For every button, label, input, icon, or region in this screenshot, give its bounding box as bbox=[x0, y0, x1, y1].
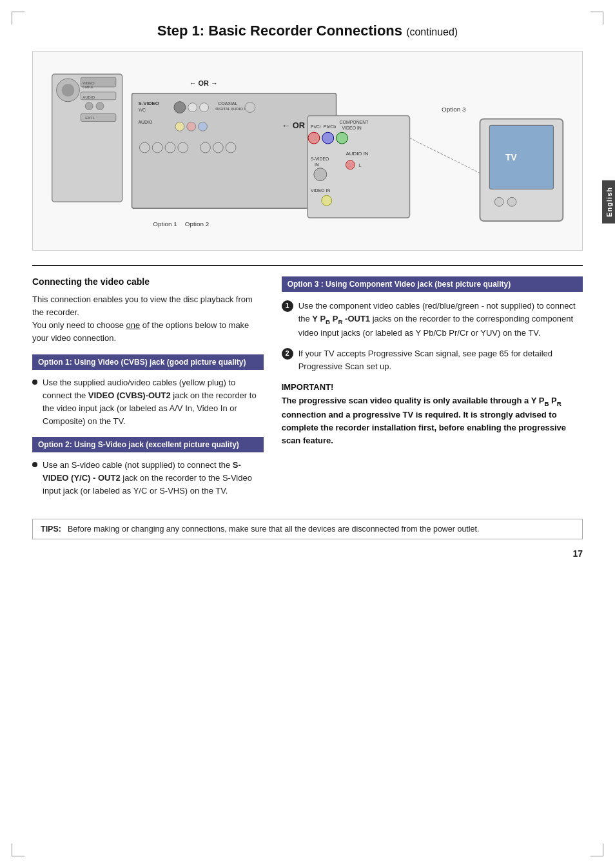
svg-point-51 bbox=[322, 195, 332, 206]
left-column: Connecting the video cable This connecti… bbox=[32, 276, 264, 505]
corner-mark-bl bbox=[12, 844, 24, 856]
tips-label: TIPS: bbox=[41, 525, 61, 534]
page-title: Step 1: Basic Recorder Connections (cont… bbox=[32, 23, 583, 39]
svg-point-43 bbox=[337, 132, 348, 144]
page-number: 17 bbox=[32, 548, 583, 559]
svg-text:Option 1: Option 1 bbox=[153, 220, 177, 227]
option1-bullet-item: Use the supplied audio/video cables (yel… bbox=[32, 376, 264, 429]
svg-text:Y/C: Y/C bbox=[138, 108, 146, 112]
num-circle-1: 1 bbox=[282, 300, 293, 312]
corner-mark-tr bbox=[591, 12, 603, 24]
svg-point-46 bbox=[314, 168, 327, 181]
option3-header: Option 3 : Using Component Video jack (b… bbox=[282, 276, 583, 292]
bullet-dot-2 bbox=[32, 462, 37, 467]
corner-mark-br bbox=[591, 844, 603, 856]
option2-bullet-item: Use an S-video cable (not supplied) to c… bbox=[32, 459, 264, 497]
svg-text:S-VIDEO: S-VIDEO bbox=[138, 101, 159, 106]
item2-text: If your TV accepts Progressive Scan sign… bbox=[298, 347, 583, 373]
option2-box: Option 2: Using S-Video jack (excellent … bbox=[32, 437, 264, 452]
svg-point-8 bbox=[85, 102, 93, 110]
num-circle-2: 2 bbox=[282, 348, 293, 360]
right-column: Option 3 : Using Component Video jack (b… bbox=[282, 276, 583, 505]
svg-text:CABLE: CABLE bbox=[83, 86, 93, 89]
bullet-dot bbox=[32, 380, 37, 385]
important-text: The progressive scan video quality is on… bbox=[282, 394, 583, 447]
svg-text:COAXIAL: COAXIAL bbox=[218, 101, 237, 106]
svg-text:L: L bbox=[358, 162, 362, 168]
svg-point-24 bbox=[245, 102, 255, 113]
intro-paragraph: This connection enables you to view the … bbox=[32, 293, 264, 345]
svg-point-21 bbox=[199, 122, 208, 131]
corner-mark-tl bbox=[12, 12, 24, 24]
svg-text:AUDIO IN: AUDIO IN bbox=[346, 151, 368, 157]
svg-line-58 bbox=[410, 138, 480, 173]
title-continued: (continued) bbox=[406, 26, 458, 37]
svg-point-41 bbox=[308, 132, 320, 144]
svg-text:S-VIDEO: S-VIDEO bbox=[311, 157, 329, 161]
svg-point-16 bbox=[188, 103, 197, 112]
svg-point-30 bbox=[213, 142, 223, 153]
svg-point-28 bbox=[178, 142, 188, 153]
option1-box: Option 1: Using Video (CVBS) jack (good … bbox=[32, 354, 264, 370]
svg-point-29 bbox=[200, 142, 211, 153]
svg-text:VIDEO IN: VIDEO IN bbox=[311, 188, 330, 193]
svg-text:VIDEO: VIDEO bbox=[83, 81, 95, 85]
svg-text:Option 2: Option 2 bbox=[185, 220, 209, 227]
svg-point-56 bbox=[507, 197, 516, 206]
numbered-item-1: 1 Use the component video cables (red/bl… bbox=[282, 300, 583, 340]
svg-text:TV: TV bbox=[505, 152, 517, 162]
svg-text:COMPONENT: COMPONENT bbox=[340, 120, 369, 124]
svg-point-17 bbox=[200, 103, 209, 112]
svg-point-48 bbox=[346, 160, 355, 169]
diagram-svg: VIDEO CABLE AUDIO EXT1 S-VIDEO Y/C AUDIO… bbox=[33, 52, 582, 250]
svg-text:VIDEO IN: VIDEO IN bbox=[342, 126, 361, 130]
svg-text:← OR →: ← OR → bbox=[190, 79, 218, 87]
svg-point-9 bbox=[96, 102, 104, 110]
svg-point-25 bbox=[139, 142, 150, 153]
svg-point-26 bbox=[152, 142, 162, 153]
svg-rect-53 bbox=[489, 125, 553, 189]
important-label: IMPORTANT! bbox=[282, 382, 583, 392]
item1-text: Use the component video cables (red/blue… bbox=[298, 300, 583, 340]
svg-point-55 bbox=[494, 197, 503, 206]
title-main: Step 1: Basic Recorder Connections bbox=[157, 23, 402, 39]
svg-point-19 bbox=[175, 122, 184, 131]
connecting-video-title: Connecting the video cable bbox=[32, 276, 264, 287]
numbered-item-2: 2 If your TV accepts Progressive Scan si… bbox=[282, 347, 583, 373]
two-column-layout: Connecting the video cable This connecti… bbox=[32, 276, 583, 505]
svg-text:AUDIO: AUDIO bbox=[83, 95, 95, 99]
svg-text:Option 3: Option 3 bbox=[442, 106, 466, 113]
option1-text: Use the supplied audio/video cables (yel… bbox=[43, 376, 264, 429]
section-divider bbox=[32, 265, 583, 266]
svg-text:EXT1: EXT1 bbox=[85, 116, 95, 120]
svg-text:Pr/Cr: Pr/Cr bbox=[311, 124, 322, 129]
tips-text: Before making or changing any connection… bbox=[68, 525, 480, 534]
svg-point-20 bbox=[187, 122, 196, 131]
svg-text:Pb/Cb: Pb/Cb bbox=[324, 124, 336, 129]
tips-bar: TIPS: Before making or changing any conn… bbox=[32, 519, 583, 539]
svg-point-31 bbox=[226, 142, 236, 153]
svg-text:AUDIO: AUDIO bbox=[138, 120, 153, 124]
svg-point-2 bbox=[62, 84, 75, 97]
english-tab: English bbox=[602, 180, 615, 224]
diagram-area: VIDEO CABLE AUDIO EXT1 S-VIDEO Y/C AUDIO… bbox=[32, 51, 583, 251]
option2-text: Use an S-video cable (not supplied) to c… bbox=[43, 459, 264, 497]
svg-point-15 bbox=[174, 102, 186, 113]
svg-text:IN: IN bbox=[315, 162, 319, 167]
svg-point-42 bbox=[322, 132, 334, 144]
svg-point-27 bbox=[165, 142, 175, 153]
